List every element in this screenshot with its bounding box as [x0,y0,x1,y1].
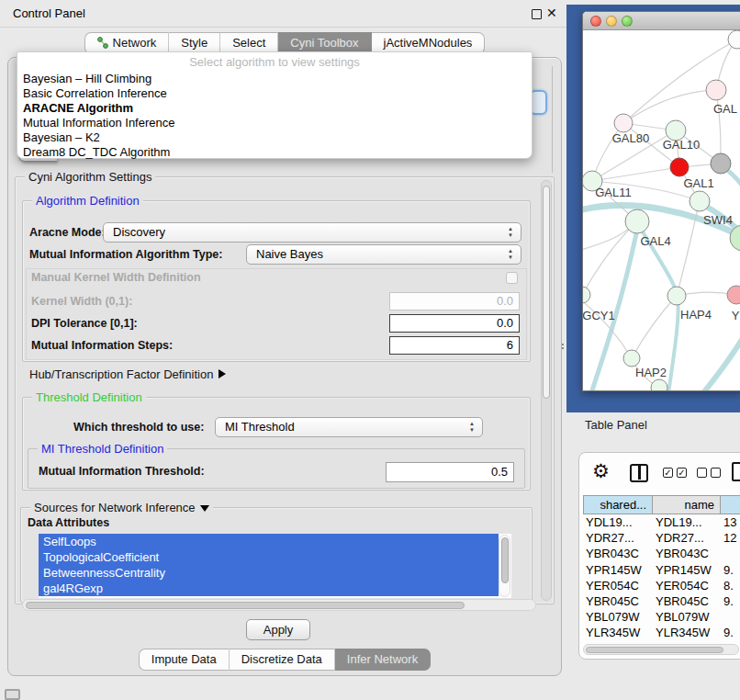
deselect-check-icon[interactable] [697,468,707,478]
tab-impute-data[interactable]: Impute Data [139,649,230,671]
panel-splitter-handle[interactable] [561,343,565,350]
table-row[interactable]: YDR27...YDR27...12 [583,530,740,546]
table-row[interactable]: YPR145WYPR145W9. [583,562,740,578]
mi-threshold-definition-title: MI Threshold Definition [38,442,167,456]
aracne-mode-select[interactable]: Discovery ▲▼ [103,222,521,243]
network-edge[interactable] [716,90,721,164]
network-node[interactable] [651,379,667,391]
network-node[interactable] [690,191,710,211]
table-row[interactable]: YBL079WYBL079W [583,609,740,625]
hub-definition-label: Hub/Transcription Factor Definition [29,367,213,381]
tab-label: Cyni Toolbox [290,36,358,50]
which-threshold-value: MI Threshold [225,420,295,434]
column-header[interactable]: name [653,495,721,514]
table-row[interactable]: YLR345WYLR345W9. [583,625,740,640]
table-cell: 13 [721,514,740,530]
aracne-mode-value: Discovery [113,225,165,239]
network-node[interactable] [711,153,731,174]
column-header[interactable]: shared... [583,495,653,514]
network-node[interactable] [667,287,686,305]
kernel-width-label: Kernel Width (0,1): [31,291,132,311]
algorithm-option[interactable]: Basic Correlation Inference [17,86,532,101]
mi-steps-input[interactable]: 6 [389,336,520,355]
table-row[interactable]: YBR043CYBR043C [583,546,740,561]
gear-icon[interactable]: ⚙ [592,460,610,482]
tab-label: Network [113,36,157,50]
deselect-check-icon[interactable] [711,468,721,478]
dpi-tolerance-input[interactable]: 0.0 [389,314,520,333]
algorithm-option[interactable]: Mutual Information Inference [17,116,532,130]
network-edge[interactable] [623,90,716,123]
algorithm-option[interactable]: Dream8 DC_TDC Algorithm [17,145,532,160]
table-cell: YDR27... [653,530,721,546]
table-row[interactable]: YER054CYER054C8. [583,578,740,593]
network-node[interactable] [727,286,740,304]
apply-button[interactable]: Apply [246,619,310,640]
tab-infer-network[interactable]: Infer Network [335,649,431,671]
network-node[interactable] [623,350,640,367]
scrollbar-thumb[interactable] [543,186,550,399]
table-cell: YLR345W [653,625,721,640]
network-node[interactable] [728,30,740,49]
tab-discretize-data[interactable]: Discretize Data [230,649,335,671]
network-graph[interactable]: GALGAL80GAL10GAL1GAL11SWI4GAL4GCY1HAP4YH… [583,30,740,391]
scrollbar-thumb[interactable] [586,647,723,653]
attribute-item-selected[interactable]: SelfLoops [39,534,499,549]
zoom-traffic-light-icon[interactable] [622,16,633,27]
attribute-item-selected[interactable]: TopologicalCoefficient [39,549,499,565]
attribute-item-selected[interactable]: BetweennessCentrality [39,565,499,581]
network-edge[interactable] [592,167,679,181]
node-label: GAL11 [595,186,632,199]
column-header[interactable] [721,495,740,514]
data-attributes-list[interactable]: SelfLoopsTopologicalCoefficientBetweenne… [39,534,511,598]
network-node[interactable] [706,80,726,100]
float-window-icon[interactable] [532,9,542,19]
algorithm-dropdown-list[interactable]: Select algorithm to view settings Bayesi… [17,51,533,159]
algorithm-option[interactable]: ARACNE Algorithm [17,101,532,116]
network-window-titlebar[interactable] [583,12,740,30]
table-horizontal-scrollbar[interactable] [583,644,739,655]
node-label: GCY1 [583,309,615,322]
select-all-check-icon[interactable]: ✓ [677,468,687,478]
network-edge[interactable] [632,296,677,358]
kernel-width-input[interactable]: 0.0 [389,292,520,310]
table-cell: 9. [721,593,740,609]
dropdown-placeholder: Select algorithm to view settings [17,52,532,72]
network-window[interactable]: GALGAL80GAL10GAL1GAL11SWI4GAL4GCY1HAP4YH… [582,11,740,391]
hidden-group-border [552,66,553,173]
manual-kernel-checkbox[interactable] [506,272,518,284]
scrollbar-thumb[interactable] [26,602,465,609]
table-cell: 12 [721,530,740,546]
network-node[interactable] [583,287,590,303]
which-threshold-select[interactable]: MI Threshold ▲▼ [215,417,483,437]
network-node[interactable] [625,209,649,233]
table-row[interactable]: YDL19...YDL19...13 [583,514,740,530]
settings-horizontal-scrollbar[interactable] [22,599,536,611]
attribute-item-selected[interactable]: gal4RGexp [39,581,499,596]
network-node[interactable] [614,114,633,132]
sources-title[interactable]: Sources for Network Inference [30,501,213,514]
table-header-row: shared...name [583,495,740,514]
network-edge-weighted[interactable] [684,322,740,391]
collapse-down-icon [200,505,209,512]
hub-definition-toggle[interactable]: Hub/Transcription Factor Definition [29,367,226,381]
mi-threshold-input[interactable]: 0.5 [386,462,514,482]
tab-label: Impute Data [151,652,217,666]
node-label: HAP4 [680,308,712,322]
algorithm-option[interactable]: Bayesian – Hill Climbing [17,72,532,86]
table-row[interactable]: YBR045CYBR045C9. [583,593,740,609]
attributes-vertical-scrollbar[interactable] [499,535,510,597]
select-all-check-icon[interactable]: ✓ [663,468,673,478]
document-icon[interactable] [732,462,740,481]
network-node[interactable] [670,158,689,176]
minimized-panel-icon[interactable] [5,689,20,700]
settings-vertical-scrollbar[interactable] [541,180,552,601]
algorithm-option[interactable]: Bayesian – K2 [17,130,532,145]
table-panel-title: Table Panel [585,418,647,432]
scrollbar-thumb[interactable] [501,537,509,583]
split-columns-icon[interactable] [630,464,648,482]
close-traffic-light-icon[interactable] [590,16,601,27]
minimize-traffic-light-icon[interactable] [606,16,617,27]
mi-type-select[interactable]: Naive Bayes ▲▼ [246,244,521,265]
close-icon[interactable]: ✕ [546,6,557,20]
